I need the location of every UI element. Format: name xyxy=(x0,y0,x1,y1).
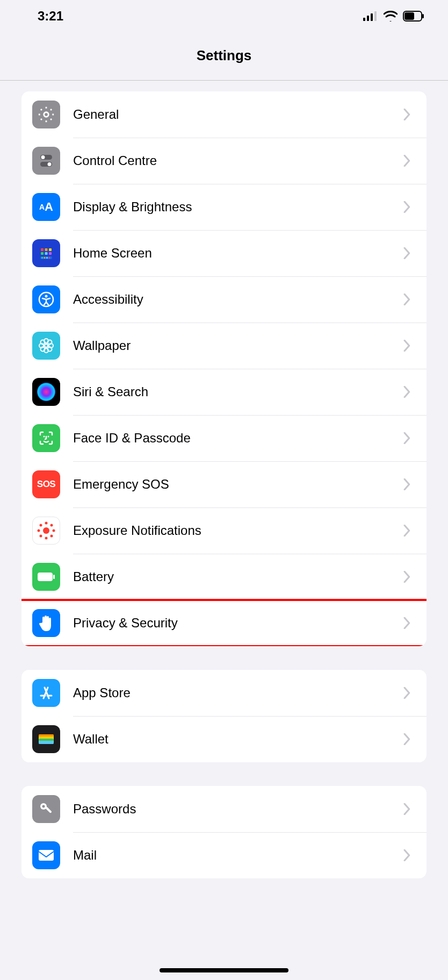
chevron-right-icon xyxy=(400,617,415,629)
row-wallpaper[interactable]: Wallpaper xyxy=(21,323,427,369)
chevron-right-icon xyxy=(400,525,415,537)
status-bar: 3:21 xyxy=(0,0,448,32)
row-siri[interactable]: Siri & Search xyxy=(21,369,427,415)
svg-rect-17 xyxy=(49,252,52,255)
row-battery[interactable]: Battery xyxy=(21,554,427,600)
svg-rect-46 xyxy=(38,573,53,581)
chevron-right-icon xyxy=(400,432,415,444)
chevron-right-icon xyxy=(400,803,415,815)
chevron-right-icon xyxy=(400,340,415,352)
svg-point-44 xyxy=(40,535,42,538)
svg-point-11 xyxy=(48,162,52,166)
row-label: Mail xyxy=(73,848,400,863)
hand-icon xyxy=(32,609,60,637)
svg-point-39 xyxy=(45,537,48,540)
chevron-right-icon xyxy=(400,386,415,398)
settings-group-accounts: Passwords Mail xyxy=(21,786,427,878)
key-icon xyxy=(32,795,60,823)
row-label: App Store xyxy=(73,685,400,700)
chevron-right-icon xyxy=(400,478,415,490)
svg-rect-2 xyxy=(371,13,373,21)
row-accessibility[interactable]: Accessibility xyxy=(21,276,427,323)
svg-rect-13 xyxy=(45,248,48,251)
svg-point-34 xyxy=(37,383,55,401)
faceid-icon xyxy=(32,424,60,452)
cellular-icon xyxy=(363,11,378,21)
svg-rect-12 xyxy=(41,248,44,251)
chevron-right-icon xyxy=(400,687,415,699)
svg-rect-57 xyxy=(39,850,54,861)
svg-rect-1 xyxy=(367,16,369,21)
row-wallet[interactable]: Wallet xyxy=(21,716,427,762)
svg-rect-22 xyxy=(49,257,50,259)
row-general[interactable]: General xyxy=(21,91,427,138)
appstore-icon xyxy=(32,679,60,707)
row-controlcentre[interactable]: Control Centre xyxy=(21,138,427,184)
svg-rect-20 xyxy=(44,257,46,259)
mail-icon xyxy=(32,841,60,869)
row-label: Control Centre xyxy=(73,153,400,168)
chevron-right-icon xyxy=(400,109,415,120)
row-sos[interactable]: SOS Emergency SOS xyxy=(21,461,427,507)
settings-group-store: App Store Wallet xyxy=(21,670,427,762)
row-faceid[interactable]: Face ID & Passcode xyxy=(21,415,427,461)
page-title: Settings xyxy=(0,32,448,81)
row-label: Wallpaper xyxy=(73,338,400,353)
gear-icon xyxy=(32,101,60,128)
svg-point-43 xyxy=(50,524,53,527)
exposure-icon xyxy=(32,517,60,545)
row-label: Siri & Search xyxy=(73,384,400,399)
row-label: Battery xyxy=(73,569,400,584)
wallet-icon xyxy=(32,725,60,753)
row-display[interactable]: AA Display & Brightness xyxy=(21,184,427,230)
chevron-right-icon xyxy=(400,155,415,167)
row-label: Exposure Notifications xyxy=(73,523,400,538)
toggles-icon xyxy=(32,147,60,175)
svg-rect-16 xyxy=(45,252,48,255)
svg-point-45 xyxy=(50,535,53,538)
battery-icon xyxy=(32,563,60,591)
chevron-right-icon xyxy=(400,571,415,583)
svg-point-25 xyxy=(45,344,48,347)
chevron-right-icon xyxy=(400,247,415,259)
row-privacy[interactable]: Privacy & Security xyxy=(21,600,427,646)
sos-icon: SOS xyxy=(32,470,60,498)
row-label: Privacy & Security xyxy=(73,616,400,631)
svg-rect-21 xyxy=(46,257,48,259)
svg-rect-47 xyxy=(53,575,55,579)
svg-rect-14 xyxy=(49,248,52,251)
svg-point-38 xyxy=(45,522,48,525)
row-passwords[interactable]: Passwords xyxy=(21,786,427,832)
chevron-right-icon xyxy=(400,201,415,213)
wifi-icon xyxy=(384,11,398,22)
row-label: Wallet xyxy=(73,732,400,747)
row-homescreen[interactable]: Home Screen xyxy=(21,230,427,276)
accessibility-icon xyxy=(32,285,60,313)
svg-point-41 xyxy=(53,530,55,532)
svg-point-9 xyxy=(41,155,45,159)
row-label: Emergency SOS xyxy=(73,477,400,492)
svg-rect-15 xyxy=(41,252,44,255)
row-mail[interactable]: Mail xyxy=(21,832,427,878)
textsize-icon: AA xyxy=(32,193,60,221)
battery-icon xyxy=(403,11,424,22)
svg-point-42 xyxy=(40,524,42,527)
siri-icon xyxy=(32,378,60,406)
svg-point-35 xyxy=(44,436,45,438)
svg-point-40 xyxy=(38,530,40,532)
row-label: Passwords xyxy=(73,802,400,817)
row-label: Display & Brightness xyxy=(73,199,400,214)
svg-point-54 xyxy=(42,805,45,808)
svg-point-7 xyxy=(44,112,49,117)
svg-rect-19 xyxy=(41,257,43,259)
row-label: Home Screen xyxy=(73,246,400,261)
svg-rect-6 xyxy=(422,14,424,18)
status-indicators xyxy=(363,11,424,22)
status-time: 3:21 xyxy=(38,9,63,24)
row-exposure[interactable]: Exposure Notifications xyxy=(21,507,427,554)
row-appstore[interactable]: App Store xyxy=(21,670,427,716)
flower-icon xyxy=(32,332,60,360)
svg-rect-3 xyxy=(374,11,377,21)
svg-point-36 xyxy=(48,436,49,438)
svg-point-24 xyxy=(45,295,48,298)
